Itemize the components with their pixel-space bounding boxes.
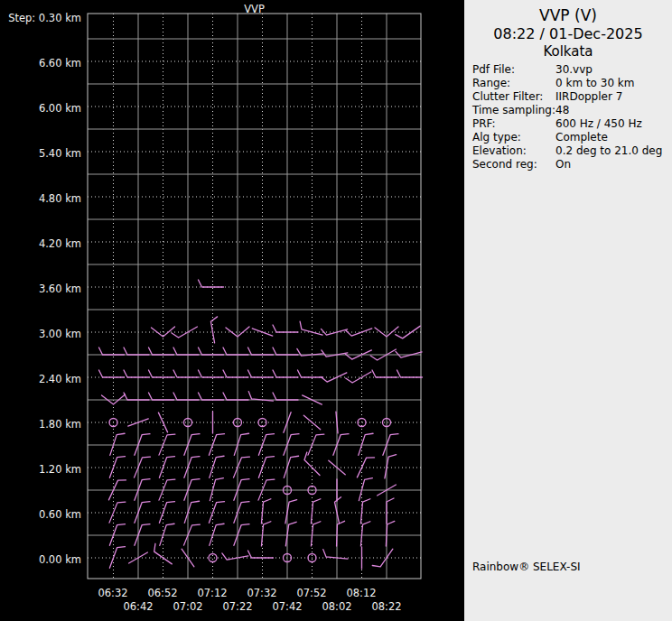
x-axis-label: 06:42 (118, 601, 158, 612)
x-axis-label: 07:52 (292, 588, 331, 598)
x-axis-label: 07:02 (168, 601, 208, 612)
field-value: 600 Hz / 450 Hz (555, 117, 642, 130)
field-value: On (555, 158, 571, 171)
x-axis-label: 07:42 (267, 601, 307, 612)
field-label: Clutter Filter: (472, 90, 555, 103)
field-value: 48 (555, 104, 569, 116)
field-label: Time sampling: (472, 104, 555, 116)
y-axis-label: 1.80 km (0, 419, 81, 431)
field-label: Range: (472, 77, 555, 89)
x-axis-label: 06:32 (93, 588, 133, 598)
chart-area: VVP Step: 0.30 km 6.60 km 6.00 km 5.40 k… (0, 0, 464, 621)
panel-datetime: 08:22 / 01-Dec-2025 (464, 25, 672, 42)
field-value: IIRDoppler 7 (555, 90, 622, 103)
field-label: Second reg: (472, 158, 555, 171)
wind-barb-plot (0, 0, 464, 621)
step-label: Step: 0.30 km (0, 12, 81, 24)
panel-footer: Rainbow® SELEX-SI (472, 561, 581, 573)
y-axis-label: 6.60 km (0, 58, 81, 70)
panel-title: VVP (V) (464, 6, 672, 24)
y-axis-label: 2.40 km (0, 374, 81, 385)
field-row-time-sampling: Time sampling:48 (472, 104, 667, 116)
x-axis-label: 08:12 (341, 588, 381, 598)
x-axis-label: 07:22 (218, 601, 257, 612)
y-axis-label: 4.20 km (0, 238, 81, 250)
y-axis-label: 5.40 km (0, 148, 81, 160)
chart-title: VVP (88, 3, 421, 15)
field-row-clutter-filter: Clutter Filter:IIRDoppler 7 (472, 90, 667, 103)
field-value: 0.2 deg to 21.0 deg (555, 144, 662, 157)
y-axis-label: 3.60 km (0, 283, 81, 295)
y-axis-label: 1.20 km (0, 464, 81, 476)
x-axis-label: 07:32 (242, 588, 282, 598)
field-label: Pdf File: (472, 63, 555, 76)
field-label: Alg type: (472, 131, 555, 144)
field-row-alg-type: Alg type:Complete (472, 131, 667, 144)
y-axis-label: 4.80 km (0, 193, 81, 205)
panel-site: Kolkata (464, 43, 672, 60)
x-axis-label: 08:02 (317, 601, 357, 612)
field-value: 30.vvp (555, 63, 593, 76)
field-row-second-reg: Second reg:On (472, 158, 667, 171)
y-axis-label: 0.00 km (0, 554, 81, 566)
x-axis-label: 08:22 (367, 601, 406, 612)
field-value: Complete (555, 131, 608, 144)
vvp-window: VVP Step: 0.30 km 6.60 km 6.00 km 5.40 k… (0, 0, 672, 621)
y-axis-label: 0.60 km (0, 509, 81, 521)
x-axis-label: 07:12 (192, 588, 232, 598)
field-value: 0 km to 30 km (555, 77, 635, 89)
info-panel: VVP (V) 08:22 / 01-Dec-2025 Kolkata Pdf … (464, 0, 672, 621)
field-row-pdf-file: Pdf File:30.vvp (472, 63, 667, 76)
x-axis-label: 06:52 (143, 588, 182, 598)
field-label: PRF: (472, 117, 555, 130)
field-row-range: Range:0 km to 30 km (472, 77, 667, 89)
field-label: Elevation: (472, 144, 555, 157)
y-axis-label: 6.00 km (0, 103, 81, 115)
y-axis-label: 3.00 km (0, 329, 81, 340)
field-row-elevation: Elevation:0.2 deg to 21.0 deg (472, 144, 667, 157)
field-row-prf: PRF:600 Hz / 450 Hz (472, 117, 667, 130)
